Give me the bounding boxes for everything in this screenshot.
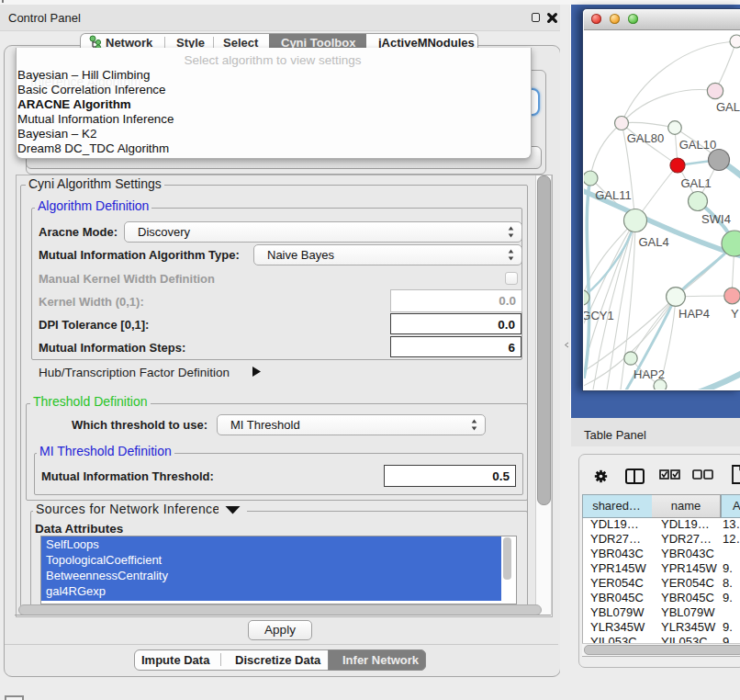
svg-text:GAL80: GAL80 xyxy=(627,131,664,145)
svg-text:HAP2: HAP2 xyxy=(633,367,665,381)
svg-text:GAL2: GAL2 xyxy=(716,100,740,114)
svg-text:GAL4: GAL4 xyxy=(638,235,668,249)
svg-text:GAL1: GAL1 xyxy=(680,176,711,190)
svg-text:GCY1: GCY1 xyxy=(584,309,614,322)
svg-text:GAL10: GAL10 xyxy=(679,138,716,152)
svg-text:GAL11: GAL11 xyxy=(595,188,632,202)
svg-text:SWI4: SWI4 xyxy=(701,212,731,226)
svg-text:Y: Y xyxy=(731,307,739,321)
svg-text:HAP4: HAP4 xyxy=(678,307,710,321)
